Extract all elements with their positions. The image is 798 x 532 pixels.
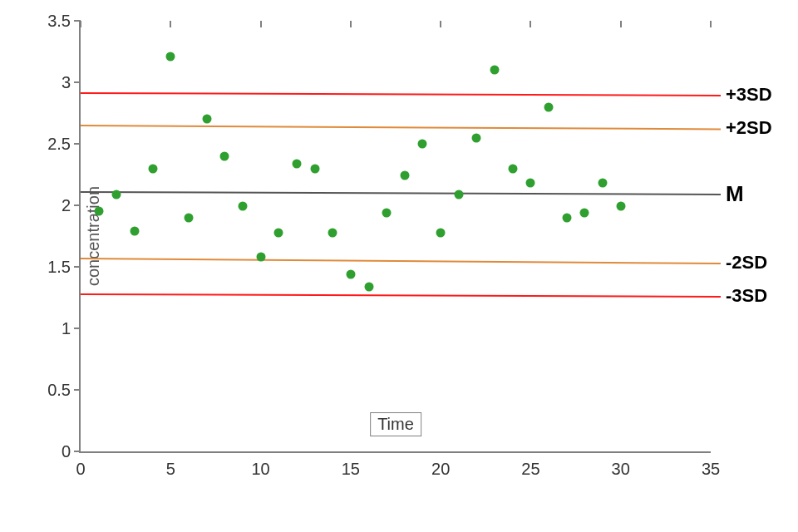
y-tick-mark — [74, 143, 81, 145]
data-point — [562, 213, 571, 222]
control-chart: concentration Time 00.511.522.533.505101… — [0, 0, 798, 532]
x-tick-label: 0 — [76, 451, 85, 479]
data-point — [292, 159, 301, 168]
data-point — [382, 208, 392, 217]
x-tick-label: 10 — [251, 451, 269, 479]
data-point — [364, 282, 373, 291]
data-point — [454, 190, 463, 199]
x-tick-mark — [530, 21, 531, 27]
x-tick-mark — [170, 21, 171, 27]
reference-line-label: -3SD — [711, 285, 767, 307]
data-point — [202, 115, 211, 124]
data-point — [130, 227, 139, 236]
data-point — [328, 228, 337, 237]
y-tick-mark — [74, 328, 81, 329]
data-point — [310, 164, 319, 173]
y-tick-mark — [74, 204, 81, 206]
data-point — [580, 208, 589, 217]
data-point — [112, 190, 121, 199]
reference-line — [81, 92, 721, 96]
data-point — [472, 133, 481, 142]
data-point — [166, 52, 175, 61]
data-point — [148, 164, 157, 173]
reference-line-label: +3SD — [711, 84, 772, 106]
data-point — [274, 228, 283, 237]
data-point — [508, 164, 517, 173]
data-point — [544, 102, 554, 111]
plot-area: concentration Time 00.511.522.533.505101… — [79, 21, 711, 453]
data-point — [436, 228, 446, 237]
data-point — [598, 179, 608, 188]
x-tick-label: 20 — [431, 451, 450, 479]
x-axis-label: Time — [370, 412, 421, 436]
data-point — [490, 66, 500, 75]
data-point — [256, 253, 265, 262]
data-point — [346, 269, 355, 278]
data-point — [526, 179, 535, 188]
data-point — [418, 140, 427, 149]
data-point — [220, 151, 229, 160]
data-point — [238, 202, 247, 211]
x-tick-mark — [350, 21, 352, 27]
x-tick-label: 15 — [342, 451, 360, 479]
x-tick-mark — [80, 21, 81, 27]
x-tick-label: 30 — [612, 451, 630, 479]
reference-line-label: +2SD — [711, 117, 772, 139]
reference-line-label: -2SD — [711, 252, 767, 273]
y-tick-mark — [74, 266, 81, 268]
x-tick-label: 35 — [702, 451, 720, 479]
x-tick-mark — [440, 21, 441, 27]
y-tick-mark — [74, 389, 81, 391]
reference-line — [81, 293, 721, 298]
data-point — [184, 213, 193, 222]
reference-line — [81, 125, 721, 130]
data-point — [400, 171, 409, 180]
x-tick-label: 5 — [166, 451, 175, 479]
x-tick-mark — [260, 21, 262, 27]
data-point — [94, 207, 103, 216]
reference-line-label: M — [711, 181, 744, 207]
x-tick-label: 25 — [521, 451, 539, 479]
reference-line — [81, 191, 721, 195]
data-point — [616, 202, 625, 211]
x-tick-mark — [710, 21, 712, 27]
reference-line — [81, 258, 721, 264]
y-axis-label: concentration — [84, 186, 103, 286]
y-tick-mark — [74, 81, 81, 83]
x-tick-mark — [620, 21, 622, 27]
